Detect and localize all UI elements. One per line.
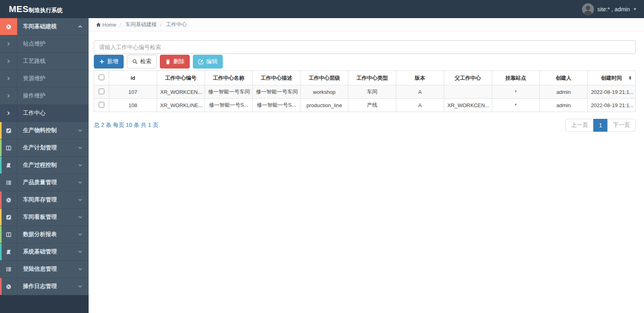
sidebar-item-10[interactable]: 登陆信息管理	[0, 261, 89, 278]
table-cell: 修一智能一号S...	[253, 99, 300, 112]
table-cell: XR_WORKCEN...	[444, 99, 492, 112]
add-button[interactable]: 新增	[94, 55, 124, 68]
gauge-icon	[0, 191, 17, 208]
sidebar-item-label: 生产过程控制	[23, 162, 78, 169]
select-all-checkbox[interactable]	[99, 75, 104, 80]
sidebar-item-label: 车间看板管理	[23, 214, 78, 221]
sidebar-subitem-2[interactable]: 工艺路线	[0, 53, 89, 70]
column-header[interactable]: 创建时间	[588, 71, 636, 85]
pin-column-icon[interactable]	[628, 75, 632, 81]
sidebar-item-8[interactable]: 数据分析报表	[0, 226, 89, 243]
table-cell: *	[492, 85, 540, 99]
chevron-down-icon	[78, 267, 83, 272]
edit-button-label: 编辑	[206, 58, 217, 65]
table-cell: workshop	[300, 85, 348, 99]
sidebar-item-9[interactable]: 系统基础管理	[0, 243, 89, 261]
prev-page-button[interactable]: 上一页	[565, 119, 594, 132]
app-logo-bold: MES	[9, 4, 29, 15]
chevron-right-icon	[0, 105, 17, 122]
sidebar-subitem-1[interactable]: 站点维护	[0, 35, 89, 53]
edit-icon	[0, 209, 17, 226]
column-header[interactable]: 工作中心层级	[300, 71, 348, 85]
table-row[interactable]: 108XR_WORKLINE...修一智能一号S...修一智能一号S...pro…	[94, 99, 636, 112]
table-row[interactable]: 107XR_WORKCEN...修一智能一号车间修一智能一号车间workshop…	[94, 85, 636, 99]
app-logo: MES制造执行系统	[9, 4, 62, 15]
column-header[interactable]: 父工作中心	[444, 71, 492, 85]
table-cell: 修一智能一号车间	[205, 85, 253, 99]
breadcrumb: Home 车间基础建模 工作中心	[89, 18, 644, 31]
column-header-label: 创建人	[556, 75, 572, 81]
chevron-down-icon	[78, 249, 83, 254]
list-icon	[0, 261, 17, 278]
top-bar: MES制造执行系统 site:* , admin	[0, 0, 644, 18]
category-color-strip	[0, 122, 2, 139]
table-cell: 修一智能一号车间	[253, 85, 300, 99]
row-select-cell	[94, 85, 109, 99]
column-header[interactable]: 创建人	[540, 71, 588, 85]
sidebar-item-label: 车间库存管理	[23, 196, 78, 203]
column-header[interactable]: 版本	[396, 71, 444, 85]
delete-button-label: 删除	[173, 58, 184, 65]
table-cell: production_line	[300, 99, 348, 112]
content: 新增 检索 删除 编辑	[89, 31, 644, 132]
columns-icon	[0, 139, 17, 156]
category-color-strip	[0, 278, 2, 295]
pagination-controls: 上一页 1 下一页	[565, 119, 636, 132]
column-header-label: 工作中心名称	[213, 75, 244, 81]
page-1-button[interactable]: 1	[593, 119, 608, 132]
sidebar-subitem-3[interactable]: 资源维护	[0, 70, 89, 87]
column-header[interactable]: id	[109, 71, 157, 85]
next-page-button[interactable]: 下一页	[607, 119, 636, 132]
row-checkbox[interactable]	[99, 89, 104, 94]
sidebar-item-label: 生产物料控制	[23, 127, 78, 134]
table-cell: 产线	[348, 99, 396, 112]
chevron-right-icon	[0, 87, 17, 104]
column-header[interactable]: 挂靠站点	[492, 71, 540, 85]
table-cell: 2022-08-19 21:1...	[588, 99, 636, 112]
search-input[interactable]	[94, 40, 636, 54]
table-cell: 107	[109, 85, 157, 99]
sidebar-item-11[interactable]: 操作日志管理	[0, 278, 89, 295]
sidebar-item-1[interactable]: 车间基础建模	[0, 18, 89, 35]
table-cell: XR_WORKLINE...	[157, 99, 205, 112]
column-header[interactable]: 工作中心名称	[205, 71, 253, 85]
sidebar-item-label: 数据分析报表	[23, 231, 78, 238]
toolbar: 新增 检索 删除 编辑	[94, 55, 636, 68]
table-cell: admin	[540, 99, 588, 112]
sidebar-subitem-label: 站点维护	[23, 40, 89, 48]
sidebar-subitem-label: 资源维护	[23, 75, 89, 82]
sidebar-item-label: 产品质量管理	[23, 179, 78, 186]
user-menu[interactable]: site:* , admin	[582, 3, 637, 15]
gauge-icon	[0, 278, 17, 295]
sidebar-item-6[interactable]: 车间库存管理	[0, 191, 89, 209]
table-cell	[444, 85, 492, 99]
row-checkbox[interactable]	[99, 102, 104, 108]
search-button[interactable]: 检索	[127, 55, 157, 68]
sidebar-item-5[interactable]: 产品质量管理	[0, 174, 89, 191]
columns-icon	[0, 226, 17, 243]
column-header-label: 工作中心类型	[356, 75, 388, 81]
app-logo-rest: 制造执行系统	[29, 7, 62, 14]
breadcrumb-home[interactable]: Home	[96, 22, 116, 28]
chevron-down-icon	[78, 284, 83, 289]
sidebar: 车间基础建模站点维护工艺路线资源维护操作维护工作中心生产物料控制生产计划管理生产…	[0, 18, 89, 313]
chevron-right-icon	[0, 35, 17, 52]
column-header[interactable]: 工作中心类型	[348, 71, 396, 85]
sidebar-item-4[interactable]: 生产过程控制	[0, 157, 89, 174]
sidebar-subitem-label: 操作维护	[23, 92, 89, 99]
breadcrumb-item[interactable]: 车间基础建模	[116, 21, 157, 28]
column-header-label: 创建时间	[601, 75, 622, 81]
breadcrumb-current: 工作中心	[157, 21, 187, 28]
sidebar-item-2[interactable]: 生产物料控制	[0, 122, 89, 139]
sidebar-item-7[interactable]: 车间看板管理	[0, 209, 89, 226]
column-header[interactable]: 工作中心描述	[253, 71, 300, 85]
edit-icon	[198, 59, 204, 64]
sidebar-item-3[interactable]: 生产计划管理	[0, 139, 89, 157]
edit-button[interactable]: 编辑	[193, 55, 223, 68]
table-cell: 车间	[348, 85, 396, 99]
sidebar-subitem-4[interactable]: 操作维护	[0, 87, 89, 105]
column-header[interactable]: 工作中心编号	[157, 71, 205, 85]
delete-button[interactable]: 删除	[160, 55, 190, 68]
chevron-down-icon	[78, 163, 83, 168]
sidebar-subitem-5[interactable]: 工作中心	[0, 105, 89, 122]
